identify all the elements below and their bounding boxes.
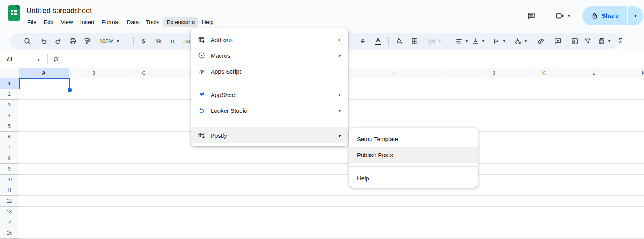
format-percent-button[interactable]: % bbox=[152, 35, 165, 47]
cell-C9[interactable] bbox=[119, 164, 169, 175]
cell-L15[interactable] bbox=[569, 228, 619, 239]
cell-A13[interactable] bbox=[19, 207, 69, 217]
cell-J14[interactable] bbox=[469, 217, 519, 228]
insert-comment-button[interactable] bbox=[551, 35, 564, 47]
cell-F10[interactable] bbox=[269, 175, 319, 185]
cell-K8[interactable] bbox=[519, 153, 569, 164]
cell-A15[interactable] bbox=[19, 228, 69, 239]
cell-K4[interactable] bbox=[519, 110, 569, 121]
column-header-I[interactable]: I bbox=[419, 68, 469, 78]
cell-J13[interactable] bbox=[469, 207, 519, 217]
cell-E9[interactable] bbox=[219, 164, 269, 175]
cell-C1[interactable] bbox=[119, 78, 169, 89]
cell-B3[interactable] bbox=[69, 100, 119, 110]
join-call-button[interactable]: ▼ bbox=[549, 8, 577, 24]
cell-K7[interactable] bbox=[519, 142, 569, 153]
cell-C15[interactable] bbox=[119, 228, 169, 239]
cell-M14[interactable] bbox=[619, 217, 644, 228]
menu-item-postly[interactable]: Postly ▸ bbox=[191, 127, 348, 143]
cell-F14[interactable] bbox=[269, 217, 319, 228]
cell-G12[interactable] bbox=[319, 196, 369, 207]
zoom-select[interactable]: 100% ▼ bbox=[97, 35, 122, 47]
row-header-8[interactable]: 8 bbox=[0, 153, 19, 164]
cell-J3[interactable] bbox=[469, 100, 519, 110]
row-header-1[interactable]: 1 bbox=[0, 78, 19, 89]
cell-C3[interactable] bbox=[119, 100, 169, 110]
cell-H2[interactable] bbox=[369, 89, 419, 100]
cell-D11[interactable] bbox=[169, 185, 219, 196]
row-header-7[interactable]: 7 bbox=[0, 142, 19, 153]
cell-K1[interactable] bbox=[519, 78, 569, 89]
cell-A9[interactable] bbox=[19, 164, 69, 175]
cell-B13[interactable] bbox=[69, 207, 119, 217]
cell-J4[interactable] bbox=[469, 110, 519, 121]
undo-button[interactable] bbox=[38, 35, 50, 47]
submenu-item-help[interactable]: Help bbox=[349, 170, 478, 186]
create-filter-button[interactable] bbox=[582, 35, 594, 47]
cell-A10[interactable] bbox=[19, 175, 69, 185]
cell-I12[interactable] bbox=[419, 196, 469, 207]
cell-A11[interactable] bbox=[19, 185, 69, 196]
cell-L6[interactable] bbox=[569, 132, 619, 142]
borders-button[interactable] bbox=[408, 35, 421, 47]
cell-C7[interactable] bbox=[119, 142, 169, 153]
cell-A2[interactable] bbox=[19, 89, 69, 100]
cell-L7[interactable] bbox=[569, 142, 619, 153]
cell-I2[interactable] bbox=[419, 89, 469, 100]
cell-C13[interactable] bbox=[119, 207, 169, 217]
column-header-M[interactable]: M bbox=[619, 68, 644, 78]
cell-K3[interactable] bbox=[519, 100, 569, 110]
submenu-item-publish-posts[interactable]: Publish Posts bbox=[349, 147, 478, 163]
row-header-9[interactable]: 9 bbox=[0, 164, 19, 175]
cell-M5[interactable] bbox=[619, 121, 644, 132]
row-header-4[interactable]: 4 bbox=[0, 110, 19, 121]
cell-I4[interactable] bbox=[419, 110, 469, 121]
cell-A4[interactable] bbox=[19, 110, 69, 121]
text-rotation-button[interactable]: ▼ bbox=[510, 35, 532, 47]
cell-B2[interactable] bbox=[69, 89, 119, 100]
cell-C10[interactable] bbox=[119, 175, 169, 185]
cell-L5[interactable] bbox=[569, 121, 619, 132]
menubar-item-help[interactable]: Help bbox=[198, 17, 217, 27]
cell-B8[interactable] bbox=[69, 153, 119, 164]
cell-I1[interactable] bbox=[419, 78, 469, 89]
cell-J1[interactable] bbox=[469, 78, 519, 89]
cell-H12[interactable] bbox=[369, 196, 419, 207]
row-header-11[interactable]: 11 bbox=[0, 185, 19, 196]
cell-M6[interactable] bbox=[619, 132, 644, 142]
cell-C12[interactable] bbox=[119, 196, 169, 207]
cell-K6[interactable] bbox=[519, 132, 569, 142]
submenu-item-setup-template[interactable]: Setup Template bbox=[349, 131, 478, 147]
cell-G13[interactable] bbox=[319, 207, 369, 217]
row-header-5[interactable]: 5 bbox=[0, 121, 19, 132]
cell-K2[interactable] bbox=[519, 89, 569, 100]
open-comment-history-button[interactable] bbox=[523, 8, 539, 24]
cell-M8[interactable] bbox=[619, 153, 644, 164]
menubar-item-edit[interactable]: Edit bbox=[40, 17, 57, 27]
cell-C6[interactable] bbox=[119, 132, 169, 142]
cell-E13[interactable] bbox=[219, 207, 269, 217]
cell-C14[interactable] bbox=[119, 217, 169, 228]
cell-H15[interactable] bbox=[369, 228, 419, 239]
cell-K13[interactable] bbox=[519, 207, 569, 217]
cell-D13[interactable] bbox=[169, 207, 219, 217]
cell-L11[interactable] bbox=[569, 185, 619, 196]
fill-color-button[interactable] bbox=[393, 35, 405, 47]
insert-chart-button[interactable] bbox=[568, 35, 581, 47]
redo-button[interactable] bbox=[52, 35, 64, 47]
insert-link-button[interactable] bbox=[534, 35, 547, 47]
column-header-A[interactable]: A bbox=[19, 68, 69, 78]
cell-M10[interactable] bbox=[619, 175, 644, 185]
cell-A6[interactable] bbox=[19, 132, 69, 142]
cell-G15[interactable] bbox=[319, 228, 369, 239]
cell-H4[interactable] bbox=[369, 110, 419, 121]
cell-E12[interactable] bbox=[219, 196, 269, 207]
row-header-3[interactable]: 3 bbox=[0, 100, 19, 110]
row-header-14[interactable]: 14 bbox=[0, 217, 19, 228]
cell-B1[interactable] bbox=[69, 78, 119, 89]
cell-K10[interactable] bbox=[519, 175, 569, 185]
text-color-button[interactable]: A bbox=[372, 35, 384, 47]
cell-D15[interactable] bbox=[169, 228, 219, 239]
cell-L9[interactable] bbox=[569, 164, 619, 175]
cell-F9[interactable] bbox=[269, 164, 319, 175]
